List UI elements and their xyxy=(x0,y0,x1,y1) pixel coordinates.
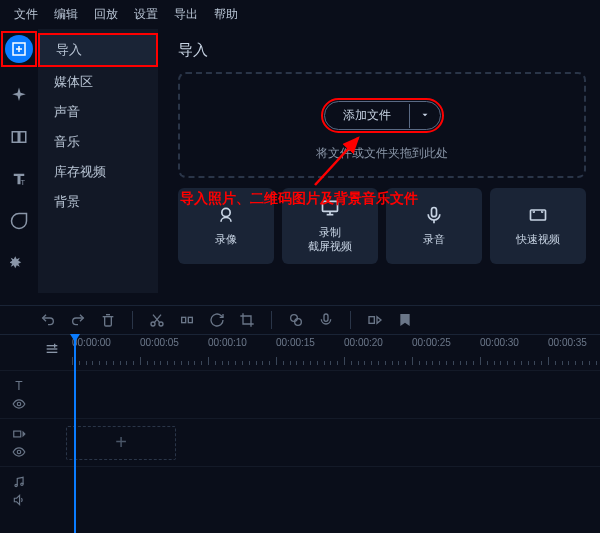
record-screen-label: 录制 截屏视频 xyxy=(308,225,352,254)
left-toolbar: T xyxy=(0,29,38,293)
sticker-tool-icon[interactable] xyxy=(5,207,33,235)
svg-point-28 xyxy=(17,402,21,406)
timeline: 00:00:0000:00:0500:00:1000:00:1500:00:20… xyxy=(0,334,600,514)
svg-point-21 xyxy=(295,319,302,326)
playhead[interactable] xyxy=(74,334,76,533)
more-tools-icon[interactable] xyxy=(5,249,33,277)
submenu-stock-video[interactable]: 库存视频 xyxy=(38,157,158,187)
submenu-music[interactable]: 音乐 xyxy=(38,127,158,157)
marker-icon[interactable] xyxy=(395,310,415,330)
redo-icon[interactable] xyxy=(68,310,88,330)
svg-rect-10 xyxy=(432,208,437,217)
menu-edit[interactable]: 编辑 xyxy=(48,4,84,25)
submenu-background[interactable]: 背景 xyxy=(38,187,158,217)
svg-point-14 xyxy=(542,211,543,212)
submenu-import[interactable]: 导入 xyxy=(40,35,156,65)
delete-icon[interactable] xyxy=(98,310,118,330)
svg-point-30 xyxy=(17,450,21,454)
rotate-icon[interactable] xyxy=(207,310,227,330)
tick-label: 00:00:20 xyxy=(344,337,383,348)
svg-line-15 xyxy=(315,138,358,185)
record-icon[interactable] xyxy=(316,310,336,330)
svg-point-20 xyxy=(291,315,298,322)
record-audio-label: 录音 xyxy=(423,232,445,246)
import-tool-icon[interactable] xyxy=(5,35,33,63)
transition-tool-icon[interactable] xyxy=(5,123,33,151)
svg-point-13 xyxy=(533,211,534,212)
submenu: 导入 媒体区 声音 音乐 库存视频 背景 xyxy=(38,29,158,293)
camera-icon xyxy=(216,205,236,228)
eye-icon[interactable] xyxy=(12,397,26,411)
crop-icon[interactable] xyxy=(237,310,257,330)
audio-track xyxy=(0,466,600,514)
volume-icon[interactable] xyxy=(12,493,26,507)
annotation-arrow-icon xyxy=(310,130,370,190)
tick-label: 00:00:30 xyxy=(480,337,519,348)
eye-icon[interactable] xyxy=(12,445,26,459)
menu-settings[interactable]: 设置 xyxy=(128,4,164,25)
svg-rect-29 xyxy=(14,431,21,437)
dropzone[interactable]: 添加文件 将文件或文件夹拖到此处 xyxy=(178,72,586,178)
submenu-media[interactable]: 媒体区 xyxy=(38,67,158,97)
audio-track-icon xyxy=(12,475,26,489)
menubar: 文件 编辑 回放 设置 导出 帮助 xyxy=(0,0,600,29)
svg-point-32 xyxy=(21,483,23,485)
svg-text:T: T xyxy=(21,178,26,187)
content-title: 导入 xyxy=(178,41,586,60)
tick-label: 00:00:15 xyxy=(276,337,315,348)
add-file-dropdown-icon[interactable] xyxy=(409,104,440,128)
annotation-text: 导入照片、二维码图片及背景音乐文件 xyxy=(180,190,418,208)
film-icon xyxy=(528,205,548,228)
quick-video-button[interactable]: 快速视频 xyxy=(490,188,586,264)
menu-help[interactable]: 帮助 xyxy=(208,4,244,25)
svg-rect-22 xyxy=(324,314,328,321)
track-settings-icon[interactable] xyxy=(38,335,66,363)
content-panel: 导入 添加文件 将文件或文件夹拖到此处 录像 录制 截屏视频 xyxy=(158,29,600,293)
text-track: T xyxy=(0,370,600,418)
add-file-button[interactable]: 添加文件 xyxy=(324,101,441,130)
svg-rect-4 xyxy=(20,132,26,143)
timeline-toolbar xyxy=(0,305,600,334)
svg-rect-18 xyxy=(182,317,186,322)
quick-video-label: 快速视频 xyxy=(516,232,560,246)
undo-icon[interactable] xyxy=(38,310,58,330)
svg-point-6 xyxy=(222,208,230,216)
submenu-sound[interactable]: 声音 xyxy=(38,97,158,127)
menu-playback[interactable]: 回放 xyxy=(88,4,124,25)
filter-tool-icon[interactable] xyxy=(5,81,33,109)
tick-label: 00:00:25 xyxy=(412,337,451,348)
text-tool-icon[interactable]: T xyxy=(5,165,33,193)
video-track-icon xyxy=(12,427,26,441)
video-track: + xyxy=(0,418,600,466)
svg-point-31 xyxy=(15,484,17,486)
tick-label: 00:00:35 xyxy=(548,337,587,348)
plus-icon: + xyxy=(115,431,127,454)
timeline-ruler[interactable]: 00:00:0000:00:0500:00:1000:00:1500:00:20… xyxy=(0,334,600,370)
transition-icon[interactable] xyxy=(365,310,385,330)
tick-label: 00:00:10 xyxy=(208,337,247,348)
tick-label: 00:00:05 xyxy=(140,337,179,348)
cut-icon[interactable] xyxy=(147,310,167,330)
menu-file[interactable]: 文件 xyxy=(8,4,44,25)
text-track-icon: T xyxy=(15,379,22,393)
menu-export[interactable]: 导出 xyxy=(168,4,204,25)
record-camera-label: 录像 xyxy=(215,232,237,246)
add-file-label: 添加文件 xyxy=(325,102,409,129)
color-adjust-icon[interactable] xyxy=(286,310,306,330)
svg-rect-3 xyxy=(12,132,18,143)
add-clip-placeholder[interactable]: + xyxy=(66,426,176,460)
svg-rect-19 xyxy=(188,317,192,322)
split-icon[interactable] xyxy=(177,310,197,330)
svg-rect-23 xyxy=(369,317,374,324)
mic-icon xyxy=(424,205,444,228)
